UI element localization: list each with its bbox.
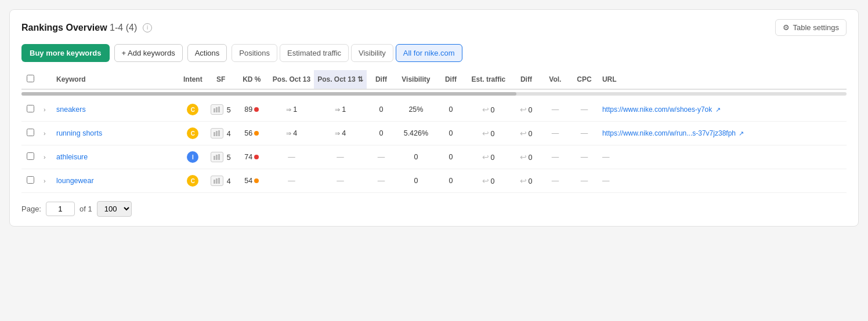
- kd-cell: 56: [234, 122, 269, 145]
- expand-cell[interactable]: ›: [39, 122, 53, 145]
- pos-prev-cell: —: [269, 145, 314, 169]
- row-checkbox-cell[interactable]: [21, 145, 39, 169]
- undo-icon: ↩: [482, 129, 489, 138]
- est-traffic-cell: ↩0: [465, 122, 512, 145]
- visibility-cell: 0: [396, 145, 436, 169]
- col-est-diff-header[interactable]: Diff: [512, 70, 541, 89]
- col-sf-header[interactable]: SF: [207, 70, 234, 89]
- expand-button[interactable]: ›: [42, 105, 47, 114]
- col-vis-diff-header[interactable]: Diff: [436, 70, 465, 89]
- title-range: 1-4 (4): [110, 23, 137, 32]
- col-diff-header[interactable]: Diff: [367, 70, 396, 89]
- tab-visibility[interactable]: Visibility: [351, 44, 393, 62]
- url-link[interactable]: https://www.nike.com/w/run...s-37v7jz38f…: [602, 129, 736, 137]
- sf-value: 5: [227, 154, 231, 162]
- est-diff-cell: ↩0: [512, 98, 541, 122]
- intent-cell: C: [178, 169, 207, 193]
- row-checkbox-cell[interactable]: [21, 98, 39, 122]
- col-url-header[interactable]: URL: [599, 70, 847, 89]
- sf-value: 5: [227, 106, 231, 114]
- vol-cell: —: [541, 98, 570, 122]
- col-pos-curr-header[interactable]: Pos. Oct 13 ⇅: [314, 70, 367, 89]
- est-diff-cell: ↩0: [512, 145, 541, 169]
- expand-button[interactable]: ›: [42, 152, 47, 162]
- of-label: of 1: [79, 205, 92, 213]
- intent-cell: C: [178, 98, 207, 122]
- vol-cell: —: [541, 122, 570, 145]
- undo-icon-2: ↩: [520, 176, 527, 185]
- est-traffic-cell: ↩0: [465, 145, 512, 169]
- undo-icon: ↩: [482, 105, 489, 114]
- col-est-traffic-header[interactable]: Est. traffic: [465, 70, 512, 89]
- url-cell: https://www.nike.com/w/shoes-y7ok ↗: [599, 98, 847, 122]
- svg-rect-7: [216, 155, 218, 160]
- pos-prev-cell: —: [269, 169, 314, 193]
- keyword-link[interactable]: sneakers: [56, 105, 86, 114]
- row-checkbox[interactable]: [27, 176, 34, 184]
- buy-keywords-button[interactable]: Buy more keywords: [21, 44, 110, 62]
- sf-icon[interactable]: [211, 176, 223, 186]
- row-checkbox-cell[interactable]: [21, 122, 39, 145]
- expand-cell[interactable]: ›: [39, 98, 53, 122]
- diff-cell: —: [367, 169, 396, 193]
- tab-estimated-traffic[interactable]: Estimated traffic: [280, 44, 349, 62]
- keyword-link[interactable]: running shorts: [56, 129, 102, 137]
- svg-rect-8: [218, 154, 220, 160]
- table-settings-button[interactable]: ⚙ Table settings: [775, 19, 847, 36]
- sf-icon[interactable]: [211, 104, 223, 115]
- vis-diff-cell: 0: [436, 122, 465, 145]
- sf-icon[interactable]: [211, 128, 223, 138]
- actions-button[interactable]: Actions: [187, 44, 227, 62]
- pos-curr-cell: ⇒ 1: [314, 98, 367, 122]
- kd-cell: 74: [234, 145, 269, 169]
- keyword-link[interactable]: loungewear: [56, 177, 94, 185]
- sort-icon: ⇅: [357, 75, 363, 83]
- external-link-icon: ↗: [739, 130, 744, 137]
- sf-icon[interactable]: [211, 152, 223, 162]
- sf-cell: 5: [207, 145, 234, 169]
- undo-icon: ↩: [482, 176, 489, 185]
- col-kd-header[interactable]: KD %: [234, 70, 269, 89]
- expand-button[interactable]: ›: [42, 129, 47, 138]
- undo-icon: ↩: [482, 152, 489, 162]
- row-checkbox[interactable]: [27, 105, 34, 112]
- expand-cell[interactable]: ›: [39, 169, 53, 193]
- keyword-link[interactable]: athleisure: [56, 153, 88, 161]
- expand-button[interactable]: ›: [42, 176, 47, 185]
- svg-rect-5: [218, 130, 220, 136]
- title-text: Rankings Overview: [21, 23, 107, 32]
- col-select-all[interactable]: [21, 70, 39, 89]
- col-pos-prev-header[interactable]: Pos. Oct 13: [269, 70, 314, 89]
- col-keyword-header[interactable]: Keyword: [53, 70, 178, 89]
- url-link[interactable]: https://www.nike.com/w/shoes-y7ok: [602, 105, 712, 114]
- tab-all-for-nike[interactable]: All for nike.com: [396, 44, 462, 62]
- row-checkbox-cell[interactable]: [21, 169, 39, 193]
- url-cell: —: [599, 145, 847, 169]
- visibility-cell: 5.426%: [396, 122, 436, 145]
- col-intent-header[interactable]: Intent: [178, 70, 207, 89]
- expand-cell[interactable]: ›: [39, 145, 53, 169]
- intent-cell: C: [178, 122, 207, 145]
- pos-curr-cell: —: [314, 169, 367, 193]
- tab-positions[interactable]: Positions: [232, 44, 277, 62]
- page-input[interactable]: [46, 202, 75, 216]
- keyword-cell: athleisure: [53, 145, 178, 169]
- table-row: › loungewear C 4 54 — — — 0 0 ↩0 ↩0 — — …: [21, 169, 847, 193]
- sf-cell: 4: [207, 122, 234, 145]
- svg-rect-1: [216, 107, 218, 112]
- per-page-select[interactable]: 100 50 25: [97, 201, 132, 217]
- row-checkbox[interactable]: [27, 129, 34, 136]
- col-vol-header[interactable]: Vol.: [541, 70, 570, 89]
- add-keywords-button[interactable]: + Add keywords: [114, 44, 183, 62]
- kd-difficulty-dot: [254, 178, 259, 183]
- scrollbar-thumb[interactable]: [21, 92, 516, 96]
- col-visibility-header[interactable]: Visibility: [396, 70, 436, 89]
- row-checkbox[interactable]: [27, 152, 34, 160]
- pos-prev-cell: ⇒ 1: [269, 98, 314, 122]
- undo-icon-2: ↩: [520, 129, 527, 138]
- select-all-checkbox[interactable]: [27, 75, 34, 82]
- horizontal-scrollbar[interactable]: [21, 92, 847, 96]
- col-cpc-header[interactable]: CPC: [570, 70, 599, 89]
- info-icon[interactable]: i: [143, 23, 152, 32]
- svg-rect-0: [214, 108, 215, 112]
